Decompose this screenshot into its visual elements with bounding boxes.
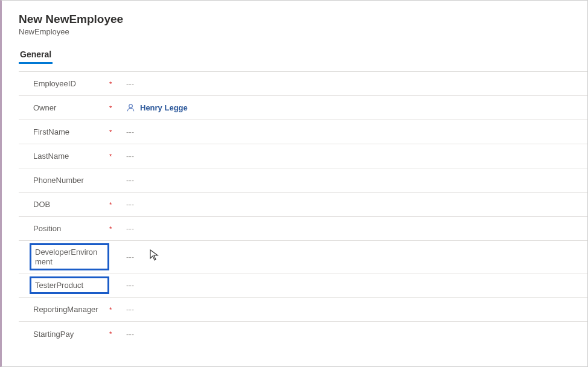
row-phone-number: PhoneNumber ---	[19, 168, 587, 193]
required-marker: *	[109, 201, 126, 208]
value-phone-number: ---	[126, 176, 134, 185]
value-developer-environment: ---	[126, 252, 134, 261]
required-marker: *	[109, 80, 126, 88]
field-developer-environment[interactable]: ---	[126, 252, 587, 261]
owner-name: Henry Legge	[140, 103, 188, 112]
required-marker: *	[109, 129, 126, 136]
value-first-name: ---	[126, 127, 134, 136]
label-dob: DOB	[33, 200, 50, 209]
label-position: Position	[33, 224, 61, 233]
label-first-name: FirstName	[33, 127, 69, 136]
label-developer-environment: DeveloperEnvironment	[30, 243, 109, 270]
row-dob: DOB * ---	[19, 193, 587, 217]
value-employee-id: ---	[126, 79, 134, 88]
tab-general[interactable]: General	[19, 46, 53, 64]
value-position: ---	[126, 224, 134, 233]
row-starting-pay: StartingPay * ---	[19, 322, 587, 346]
label-reporting-manager: ReportingManager	[33, 305, 98, 314]
value-dob: ---	[126, 200, 134, 209]
row-owner: Owner * Henry Legge	[19, 96, 587, 120]
required-marker: *	[109, 153, 126, 160]
row-reporting-manager: ReportingManager * ---	[19, 298, 587, 322]
label-owner: Owner	[33, 103, 56, 112]
row-employee-id: EmployeeID * ---	[19, 72, 587, 96]
label-employee-id: EmployeeID	[33, 79, 76, 88]
field-reporting-manager[interactable]: ---	[126, 305, 587, 314]
row-first-name: FirstName * ---	[19, 120, 587, 144]
label-last-name: LastName	[33, 152, 69, 161]
value-reporting-manager: ---	[126, 305, 134, 314]
row-tester-product: TesterProduct ---	[19, 273, 587, 298]
tabs: General	[19, 46, 587, 64]
field-phone-number[interactable]: ---	[126, 176, 587, 185]
required-marker: *	[109, 104, 126, 112]
value-starting-pay: ---	[126, 330, 134, 339]
row-last-name: LastName * ---	[19, 144, 587, 168]
required-marker: *	[109, 225, 126, 232]
required-marker: *	[109, 306, 126, 313]
label-starting-pay: StartingPay	[33, 330, 74, 339]
field-owner[interactable]: Henry Legge	[126, 103, 587, 112]
label-phone-number: PhoneNumber	[33, 176, 84, 185]
field-dob[interactable]: ---	[126, 200, 587, 209]
field-starting-pay[interactable]: ---	[126, 330, 587, 339]
required-marker: *	[109, 330, 126, 337]
row-developer-environment: DeveloperEnvironment ---	[19, 241, 587, 273]
svg-point-0	[129, 104, 133, 108]
field-last-name[interactable]: ---	[126, 152, 587, 161]
field-position[interactable]: ---	[126, 224, 587, 233]
row-position: Position * ---	[19, 217, 587, 241]
page-title: New NewEmployee	[19, 13, 587, 26]
value-tester-product: ---	[126, 281, 134, 290]
value-last-name: ---	[126, 152, 134, 161]
field-employee-id[interactable]: ---	[126, 79, 587, 88]
person-icon	[126, 103, 135, 112]
label-tester-product: TesterProduct	[30, 276, 109, 294]
page-subtitle: NewEmployee	[19, 27, 587, 36]
field-first-name[interactable]: ---	[126, 127, 587, 136]
field-tester-product[interactable]: ---	[126, 281, 587, 290]
form-container: EmployeeID * --- Owner * Henry Legge	[19, 71, 587, 346]
